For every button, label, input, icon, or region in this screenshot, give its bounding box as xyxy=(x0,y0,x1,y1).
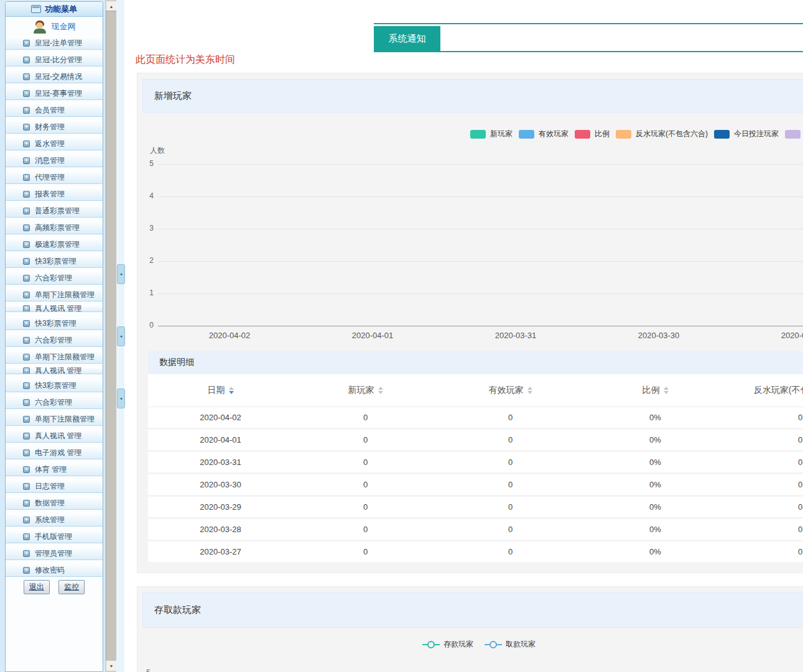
x-axis-tick: 2020-03-31 xyxy=(478,331,553,340)
sidebar-item-label: 极速彩票管理 xyxy=(35,239,80,250)
x-axis-tick: 2020-04-01 xyxy=(335,331,410,340)
expand-plus-icon: + xyxy=(23,73,30,80)
sidebar-item[interactable]: +数据管理 xyxy=(6,496,103,510)
table-cell: 0 xyxy=(728,452,803,472)
legend-item[interactable]: 存款玩家 xyxy=(422,639,473,650)
sidebar-item[interactable]: +皇冠-交易情况 xyxy=(6,70,103,83)
sidebar-item-label: 电子游戏 管理 xyxy=(35,448,81,458)
sidebar-item[interactable]: +单期下注限额管理 xyxy=(6,350,103,364)
table-cell: 2020-03-30 xyxy=(148,474,293,495)
table-cell: 0 xyxy=(728,430,803,450)
sidebar-item[interactable]: +系统管理 xyxy=(6,513,103,527)
sort-asc-arrow xyxy=(378,387,383,390)
sidebar-item[interactable]: +返水管理 xyxy=(6,137,103,150)
column-header[interactable]: 新玩家 xyxy=(293,374,438,407)
sidebar-item[interactable]: +六合彩管理 xyxy=(6,333,103,347)
sidebar-item-label: 六合彩管理 xyxy=(35,273,72,283)
sidebar-item[interactable]: +真人视讯 管理 xyxy=(6,429,103,443)
user-row: 现金网 xyxy=(6,17,103,36)
sidebar-item[interactable]: +高频彩票管理 xyxy=(6,221,103,234)
sidebar-item[interactable]: +极速彩票管理 xyxy=(6,237,103,251)
y-axis-label: 人数 xyxy=(150,145,165,156)
sidebar-item[interactable]: +真人视讯 管理 xyxy=(6,367,103,374)
sidebar-item[interactable]: +手机版管理 xyxy=(6,530,103,543)
sidebar-item[interactable]: +六合彩管理 xyxy=(6,271,103,285)
sidebar-header: 功能菜单 xyxy=(6,2,103,17)
table-cell: 0 xyxy=(438,474,583,495)
table-cell: 0 xyxy=(438,407,583,428)
sidebar-item[interactable]: +皇冠-注单管理 xyxy=(6,36,103,50)
main-content: 系统通知 此页面统计为美东时间 新增玩家 新玩家有效玩家比例反水玩家(不包含六合… xyxy=(124,0,803,672)
scrollbar-thumb[interactable] xyxy=(106,11,117,661)
sidebar-item[interactable]: +快3彩票管理 xyxy=(6,254,103,268)
sidebar-scrollbar[interactable]: ▲ ▼ xyxy=(105,0,116,672)
sidebar-item[interactable]: +报表管理 xyxy=(6,187,103,201)
y-axis-tick: 4 xyxy=(137,191,154,200)
sidebar-item[interactable]: +真人视讯 管理 xyxy=(6,305,103,312)
expand-plus-icon: + xyxy=(23,337,30,344)
line-marker-icon xyxy=(422,641,440,648)
sidebar-item[interactable]: +修改密码 xyxy=(6,563,103,577)
sidebar-item[interactable]: +日志管理 xyxy=(6,479,103,493)
deposit-chart-legend: 存款玩家取款玩家 xyxy=(422,639,536,650)
table-row: 2020-04-02000%0 xyxy=(148,407,803,428)
legend-item[interactable]: 取款玩家 xyxy=(485,639,536,650)
screen: 系统通知 此页面统计为美东时间 新增玩家 新玩家有效玩家比例反水玩家(不包含六合… xyxy=(0,0,803,672)
table-cell: 2020-03-31 xyxy=(148,452,293,472)
sidebar-item[interactable]: +电子游戏 管理 xyxy=(6,446,103,459)
sidebar-item[interactable]: +快3彩票管理 xyxy=(6,316,103,330)
sidebar-item-label: 真人视讯 管理 xyxy=(35,367,81,374)
sidebar-item[interactable]: +单期下注限额管理 xyxy=(6,288,103,301)
sidebar-item[interactable]: +消息管理 xyxy=(6,154,103,167)
sidebar-item-label: 日志管理 xyxy=(35,481,65,492)
sidebar-item[interactable]: +单期下注限额管理 xyxy=(6,412,103,426)
column-header[interactable]: 比例 xyxy=(583,374,728,407)
sidebar-item[interactable]: +体育 管理 xyxy=(6,463,103,476)
column-header[interactable]: 有效玩家 xyxy=(438,374,583,407)
sidebar-item[interactable]: +普通彩票管理 xyxy=(6,204,103,218)
column-header-label: 新玩家 xyxy=(348,385,374,396)
tab-system-notice[interactable]: 系统通知 xyxy=(374,26,440,51)
collapse-left-icon[interactable]: ◄ xyxy=(117,326,125,346)
scroll-down-arrow-icon[interactable]: ▼ xyxy=(106,660,117,671)
sidebar-item[interactable]: +皇冠-赛事管理 xyxy=(6,86,103,100)
expand-plus-icon: + xyxy=(23,483,30,490)
sidebar-item-label: 真人视讯 管理 xyxy=(35,305,81,312)
y-axis-tick: 2 xyxy=(137,256,154,265)
column-header[interactable]: 日期 xyxy=(148,374,293,407)
sidebar-menu: +皇冠-注单管理+皇冠-比分管理+皇冠-交易情况+皇冠-赛事管理+会员管理+财务… xyxy=(6,36,103,577)
sidebar-item[interactable]: +皇冠-比分管理 xyxy=(6,53,103,67)
sidebar-item[interactable]: +代理管理 xyxy=(6,170,103,184)
sidebar-item[interactable]: +管理员管理 xyxy=(6,546,103,560)
sort-asc-arrow xyxy=(229,387,234,390)
collapse-left-icon[interactable]: ◄ xyxy=(117,389,125,408)
sort-desc-arrow xyxy=(664,391,669,394)
sidebar-item[interactable]: +六合彩管理 xyxy=(6,395,103,409)
sidebar-item-label: 修改密码 xyxy=(35,565,65,576)
column-header[interactable]: 反水玩家(不包含六合) xyxy=(728,374,803,407)
sidebar-item-label: 数据管理 xyxy=(35,498,65,509)
expand-plus-icon: + xyxy=(23,466,30,473)
sidebar-item[interactable]: +快3彩票管理 xyxy=(6,379,103,392)
sidebar-item[interactable]: +会员管理 xyxy=(6,103,103,117)
expand-plus-icon: + xyxy=(23,367,30,374)
sidebar-item[interactable]: +财务管理 xyxy=(6,120,103,134)
gridline xyxy=(158,229,803,229)
gridline xyxy=(158,164,803,165)
sort-asc-arrow xyxy=(527,387,532,390)
logout-button[interactable]: 退出 xyxy=(24,580,50,594)
sidebar-item-label: 快3彩票管理 xyxy=(35,380,77,391)
sidebar-item-label: 系统管理 xyxy=(35,515,65,525)
legend-label: 存款玩家 xyxy=(443,639,473,650)
collapse-left-icon[interactable]: ◄ xyxy=(117,264,125,284)
expand-plus-icon: + xyxy=(23,500,30,507)
expand-plus-icon: + xyxy=(23,241,30,248)
x-axis-tick: 2020-03-29 xyxy=(764,331,803,340)
column-header-label: 反水玩家(不包含六合) xyxy=(754,385,803,396)
expand-plus-icon: + xyxy=(23,174,30,181)
sort-desc-arrow xyxy=(527,391,532,394)
monitor-button[interactable]: 监控 xyxy=(58,580,85,594)
expand-plus-icon: + xyxy=(23,275,30,282)
expand-plus-icon: + xyxy=(23,354,30,361)
sidebar-item-label: 普通彩票管理 xyxy=(35,206,80,216)
